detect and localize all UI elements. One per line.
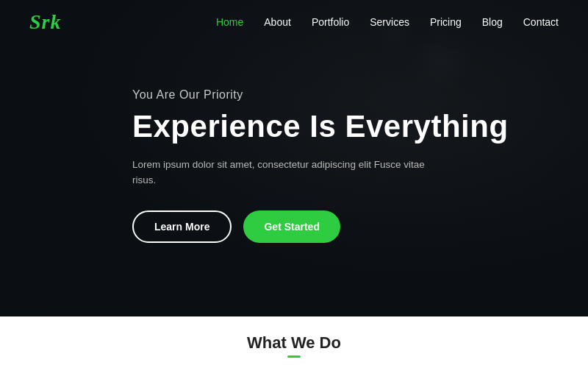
nav-link-contact[interactable]: Contact [523, 16, 559, 28]
navbar: Srk Home About Portfolio Services Pricin… [0, 0, 588, 44]
hero-buttons: Learn More Get Started [132, 210, 509, 243]
hero-content: You Are Our Priority Experience Is Every… [0, 74, 509, 242]
nav-item-contact[interactable]: Contact [523, 15, 559, 29]
nav-link-home[interactable]: Home [216, 16, 243, 28]
nav-link-pricing[interactable]: Pricing [430, 16, 462, 28]
get-started-button[interactable]: Get Started [243, 210, 340, 243]
nav-item-about[interactable]: About [264, 15, 291, 29]
nav-link-about[interactable]: About [264, 16, 291, 28]
nav-links: Home About Portfolio Services Pricing Bl… [216, 15, 559, 29]
nav-item-blog[interactable]: Blog [482, 15, 503, 29]
what-we-do-title: What We Do [247, 333, 341, 353]
nav-link-services[interactable]: Services [370, 16, 409, 28]
nav-link-portfolio[interactable]: Portfolio [312, 16, 349, 28]
nav-item-home[interactable]: Home [216, 15, 243, 29]
nav-item-portfolio[interactable]: Portfolio [312, 15, 349, 29]
nav-link-blog[interactable]: Blog [482, 16, 503, 28]
nav-item-services[interactable]: Services [370, 15, 409, 29]
hero-section: You Are Our Priority Experience Is Every… [0, 0, 588, 316]
hero-subtitle: You Are Our Priority [132, 88, 509, 102]
nav-item-pricing[interactable]: Pricing [430, 15, 462, 29]
hero-description: Lorem ipsum dolor sit amet, consectetur … [132, 157, 441, 188]
learn-more-button[interactable]: Learn More [132, 210, 232, 243]
logo[interactable]: Srk [29, 10, 61, 34]
hero-title: Experience Is Everything [132, 109, 509, 144]
accent-bar [287, 355, 301, 358]
bottom-section: What We Do [0, 316, 588, 368]
